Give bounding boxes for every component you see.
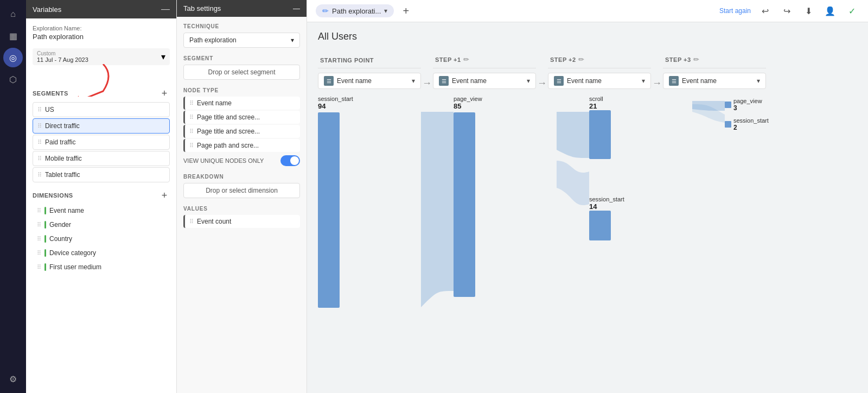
tab-settings-panel: Tab settings — TECHNIQUE Path exploratio… bbox=[177, 0, 307, 393]
page-view-bar bbox=[454, 112, 475, 297]
dimension-item-gender[interactable]: ⠿ Gender bbox=[33, 218, 170, 231]
dimension-item-device-category[interactable]: ⠿ Device category bbox=[33, 246, 170, 259]
values-item-1[interactable]: ⠿ Event count bbox=[183, 215, 300, 228]
node-type-item-4[interactable]: ⠿ Page path and scre... bbox=[183, 139, 300, 152]
step1-header: STEP +1 ✏ bbox=[433, 51, 536, 68]
dim-color-indicator bbox=[44, 249, 46, 257]
download-btn[interactable]: ⬇ bbox=[801, 3, 816, 18]
drag-handle-icon: ⠿ bbox=[37, 250, 41, 257]
node-type-label: Page path and scre... bbox=[197, 142, 259, 149]
step3-value: Event name bbox=[682, 77, 717, 85]
step3-page-view: page_view 3 bbox=[725, 98, 822, 112]
toolbar-left: ✏ Path explorati... ▾ + bbox=[316, 3, 413, 18]
add-tab-btn[interactable]: + bbox=[398, 3, 413, 18]
step-connector-3: → bbox=[652, 57, 662, 89]
step2-dropdown[interactable]: ☰ Event name ▾ bbox=[548, 73, 651, 89]
technique-dropdown[interactable]: Path exploration ▾ bbox=[183, 33, 300, 48]
step-connector-2: → bbox=[537, 57, 547, 89]
tab-settings-minimize-btn[interactable]: — bbox=[293, 4, 300, 12]
drag-handle-icon: ⠿ bbox=[189, 100, 194, 107]
step3-label: STEP +3 bbox=[665, 56, 691, 63]
chart-nav-icon[interactable]: ▦ bbox=[3, 26, 23, 46]
flow-connector-3 bbox=[692, 96, 725, 204]
segment-section-title: SEGMENT bbox=[183, 55, 300, 61]
drag-handle-icon: ⠿ bbox=[189, 218, 194, 225]
drag-handle-icon: ⠿ bbox=[37, 139, 42, 146]
segment-label: Paid traffic bbox=[45, 138, 75, 146]
status-btn[interactable]: ✓ bbox=[844, 3, 859, 18]
session-start-2-count: 14 bbox=[589, 202, 692, 211]
tab-pencil-icon: ✏ bbox=[322, 7, 329, 15]
step2-label: STEP +2 bbox=[550, 56, 576, 63]
segment-item-mobile-traffic[interactable]: ⠿ Mobile traffic ⋮ bbox=[33, 151, 170, 166]
share-btn[interactable]: 👤 bbox=[822, 3, 838, 18]
drag-handle-icon: ⠿ bbox=[37, 155, 42, 162]
start-again-btn[interactable]: Start again bbox=[719, 7, 751, 15]
undo-btn[interactable]: ↩ bbox=[757, 3, 773, 18]
node-type-item-1[interactable]: ⠿ Event name bbox=[183, 97, 300, 110]
unique-nodes-label: VIEW UNIQUE NODES ONLY bbox=[183, 157, 264, 164]
step3-edit-icon[interactable]: ✏ bbox=[693, 55, 699, 64]
step3-session-start: session_start 2 bbox=[725, 117, 822, 131]
node-type-item-2[interactable]: ⠿ Page title and scree... bbox=[183, 111, 300, 124]
exploration-name-label: Exploration Name: bbox=[33, 25, 170, 31]
session-start-label: session_start bbox=[318, 96, 421, 102]
step1-edit-icon[interactable]: ✏ bbox=[463, 55, 469, 64]
starting-point-chevron-icon: ▾ bbox=[412, 77, 415, 85]
starting-point-dropdown[interactable]: ☰ Event name ▾ bbox=[318, 73, 421, 89]
node-type-item-3[interactable]: ⠿ Page title and scree... bbox=[183, 125, 300, 138]
segment-drop-btn[interactable]: Drop or select segment bbox=[183, 65, 300, 80]
step-connector-1: → bbox=[422, 57, 432, 89]
unique-nodes-toggle-row: VIEW UNIQUE NODES ONLY bbox=[183, 155, 300, 166]
step3-dropdown[interactable]: ☰ Event name ▾ bbox=[663, 73, 766, 89]
values-label: Event count bbox=[197, 218, 231, 225]
starting-point-value: Event name bbox=[337, 77, 372, 85]
home-nav-icon[interactable]: ⌂ bbox=[3, 4, 23, 24]
explore-nav-icon[interactable]: ◎ bbox=[3, 48, 23, 67]
session-start-count: 94 bbox=[318, 102, 421, 110]
step3-page-view-label: page_view bbox=[733, 98, 762, 104]
redo-btn[interactable]: ↪ bbox=[779, 3, 794, 18]
step1-label: STEP +1 bbox=[435, 56, 461, 63]
step3-session-start-count: 2 bbox=[733, 124, 769, 131]
drag-handle-icon: ⠿ bbox=[189, 128, 194, 135]
add-segment-btn[interactable]: + bbox=[159, 88, 170, 99]
flow-connector-1 bbox=[421, 96, 454, 324]
values-section-title: VALUES bbox=[183, 206, 300, 212]
toolbar-right: Start again ↩ ↪ ⬇ 👤 ✓ bbox=[719, 3, 859, 18]
dimension-label: Event name bbox=[49, 207, 84, 214]
scroll-bar bbox=[589, 110, 611, 159]
segment-item-tablet-traffic[interactable]: ⠿ Tablet traffic bbox=[33, 167, 170, 182]
unique-nodes-toggle[interactable] bbox=[280, 155, 300, 166]
audience-nav-icon[interactable]: ⬡ bbox=[3, 69, 23, 89]
tab-settings-body: TECHNIQUE Path exploration ▾ SEGMENT Dro… bbox=[177, 17, 307, 234]
dimension-item-event-name[interactable]: ⠿ Event name bbox=[33, 204, 170, 217]
segment-item-us[interactable]: ⠿ US bbox=[33, 102, 170, 117]
segment-item-direct-traffic[interactable]: ⠿ Direct traffic bbox=[33, 118, 170, 134]
dropdown-icon: ☰ bbox=[554, 76, 564, 86]
step3-page-view-count: 3 bbox=[733, 104, 762, 112]
add-dimension-btn[interactable]: + bbox=[159, 190, 170, 201]
step2-edit-icon[interactable]: ✏ bbox=[578, 55, 584, 64]
variables-panel-body: Exploration Name: Path exploration Custo… bbox=[26, 18, 176, 393]
segment-label: Direct traffic bbox=[45, 122, 80, 130]
breakdown-drop-btn[interactable]: Drop or select dimension bbox=[183, 183, 300, 198]
dimension-item-first-user-medium[interactable]: ⠿ First user medium bbox=[33, 261, 170, 274]
current-tab-pill[interactable]: ✏ Path explorati... ▾ bbox=[316, 4, 394, 17]
node-type-label: Page title and scree... bbox=[197, 113, 260, 121]
variables-minimize-btn[interactable]: — bbox=[161, 4, 170, 14]
left-nav: ⌂ ▦ ◎ ⬡ ⚙ bbox=[0, 0, 26, 393]
segment-item-paid-traffic[interactable]: ⠿ Paid traffic bbox=[33, 135, 170, 150]
settings-nav-icon[interactable]: ⚙ bbox=[3, 369, 23, 389]
step1-dropdown[interactable]: ☰ Event name ▾ bbox=[433, 73, 536, 89]
drag-handle-icon: ⠿ bbox=[37, 123, 42, 130]
step2-sankey: scroll 21 session_start 14 bbox=[589, 96, 692, 240]
drag-handle-icon: ⠿ bbox=[189, 114, 194, 121]
date-range-selector[interactable]: Custom 11 Jul - 7 Aug 2023 ▾ bbox=[33, 48, 170, 65]
tab-settings-title: Tab settings bbox=[183, 4, 221, 12]
dimension-item-country[interactable]: ⠿ Country bbox=[33, 232, 170, 245]
date-range-chevron-icon: ▾ bbox=[161, 52, 165, 62]
main-content: ✏ Path explorati... ▾ + Start again ↩ ↪ … bbox=[307, 0, 868, 393]
tab-dropdown-arrow-icon: ▾ bbox=[384, 7, 387, 15]
step3-page-view-square bbox=[725, 102, 731, 108]
